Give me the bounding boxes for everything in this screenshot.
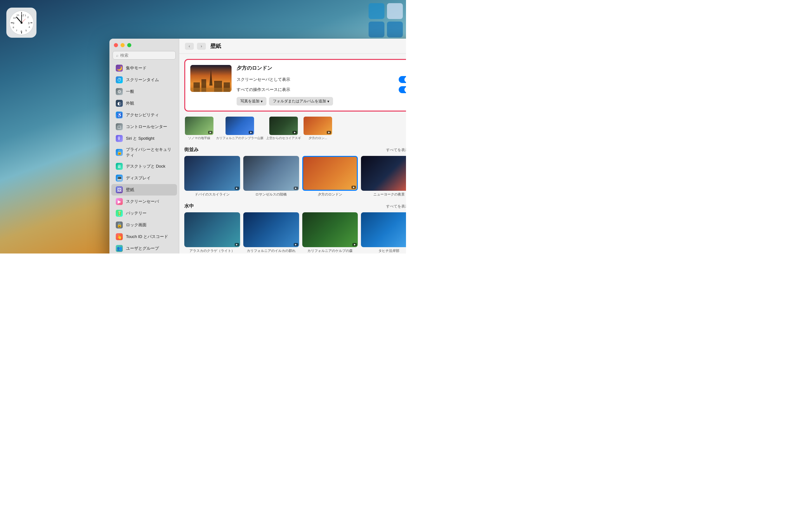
sidebar-item-appearance[interactable]: ◐ 外観	[111, 98, 177, 109]
desktop: 12 3 6 9 1 2 4 5 7 8 10 11	[0, 0, 406, 253]
toolbar: ‹ › 壁紙	[179, 39, 406, 54]
desktop-icon-3[interactable]	[368, 21, 385, 38]
sidebar-item-screensaver[interactable]: ▶ スクリーンセーバ	[111, 196, 177, 207]
sidebar-item-focus[interactable]: 🌙 集中モード	[111, 62, 177, 74]
underwater-video-badge-2	[352, 243, 357, 246]
city-cell-0[interactable]: ドバイのスカイライン	[184, 156, 240, 197]
sidebar-item-screentime[interactable]: ⏱ スクリーンタイム	[111, 74, 177, 86]
sidebar-item-lock[interactable]: 🔒 ロック画面	[111, 219, 177, 231]
strip-thumb-sequoia	[269, 117, 298, 135]
underwater-section-header: 水中 すべてを表示 (21)	[184, 203, 406, 209]
minimize-button[interactable]	[120, 43, 125, 47]
desktop-icon-2[interactable]	[387, 3, 403, 19]
sidebar-item-wallpaper[interactable]: 🖼 壁紙	[111, 184, 177, 195]
sidebar-item-battery[interactable]: 🔋 バッテリー	[111, 208, 177, 219]
desktop-icon: 🖥	[116, 163, 123, 170]
sidebar-item-touchid-label: Touch ID とパスコード	[126, 234, 168, 239]
sidebar-item-privacy-label: プライバシーとセキュリティ	[126, 147, 172, 158]
add-folder-button[interactable]: フォルダまたはアルバムを追加 ▾	[269, 97, 333, 106]
clock-widget: 12 3 6 9 1 2 4 5 7 8 10 11	[6, 8, 37, 38]
sidebar-item-desktop[interactable]: 🖥 デスクトップと Dock	[111, 161, 177, 172]
sidebar-item-users[interactable]: 👥 ユーザとグループ	[111, 243, 177, 253]
sidebar-item-general[interactable]: ⚙ 一般	[111, 86, 177, 97]
underwater-thumb-3	[361, 212, 406, 247]
svg-text:3: 3	[28, 21, 30, 25]
svg-text:7: 7	[16, 29, 17, 32]
strip-item-3[interactable]: 夕方のロン...	[304, 117, 332, 140]
search-icon: ⌕	[116, 53, 118, 58]
video-badge-0	[208, 131, 212, 134]
sidebar-item-control[interactable]: ◻ コントロールセンター	[111, 121, 177, 132]
wallpaper-icon: 🖼	[116, 186, 123, 193]
underwater-cell-2[interactable]: カリフォルニアのケルプの森	[302, 212, 358, 253]
sidebar-item-privacy[interactable]: 🔒 プライバシーとセキュリティ	[111, 145, 177, 160]
city-cell-2[interactable]: 夕方のロンドン	[302, 156, 358, 197]
sidebar-item-users-label: ユーザとグループ	[126, 245, 159, 251]
city-name-3: ニューヨークの夜景	[373, 192, 405, 197]
city-thumb-2	[302, 156, 358, 191]
strip-label-sonoma: ソノマの地平線	[188, 136, 210, 140]
sidebar-item-screensaver-label: スクリーンセーバ	[126, 199, 159, 205]
sidebar-item-touchid[interactable]: 👆 Touch ID とパスコード	[111, 231, 177, 242]
sidebar-item-accessibility[interactable]: ♿ アクセシビリティ	[111, 109, 177, 121]
svg-text:1: 1	[25, 14, 26, 17]
battery-icon: 🔋	[116, 210, 123, 217]
sidebar: ⌕ 🌙 集中モード ⏱ スクリーンタイム ⚙ 一般 ◐ 外観	[109, 39, 179, 253]
back-button[interactable]: ‹	[185, 43, 194, 50]
underwater-cell-0[interactable]: アラスカのクラゲ（ライト）	[184, 212, 240, 253]
underwater-show-all-button[interactable]: すべてを表示 (21)	[386, 204, 406, 209]
underwater-video-badge-1	[294, 243, 298, 246]
allspaces-toggle[interactable]	[399, 86, 406, 93]
underwater-video-badge-0	[235, 243, 239, 246]
svg-text:10: 10	[13, 16, 16, 19]
strip-item-0[interactable]: ソノマの地平線	[185, 117, 213, 140]
add-photo-button[interactable]: 写真を追加 ▾	[237, 97, 266, 106]
close-button[interactable]	[114, 43, 118, 47]
window-controls	[109, 39, 179, 50]
underwater-cell-1[interactable]: カリフォルニアのイルカの群れ	[243, 212, 299, 253]
svg-text:4: 4	[29, 26, 30, 29]
selected-wallpaper-info: 夕方のロンドン スクリーンセーバとして表示 すべての操作スペースに表示 写真を追…	[237, 65, 406, 106]
city-thumb-0	[184, 156, 240, 191]
desktop-icon-1[interactable]	[368, 3, 385, 19]
city-cell-1[interactable]: ロサンゼルスの陸橋	[243, 156, 299, 197]
sidebar-item-accessibility-label: アクセシビリティ	[126, 112, 159, 118]
city-name-1: ロサンゼルスの陸橋	[255, 192, 287, 197]
selected-wallpaper-thumbnail	[190, 65, 232, 92]
svg-text:2: 2	[27, 16, 29, 19]
selected-wallpaper-card: 夕方のロンドン スクリーンセーバとして表示 すべての操作スペースに表示 写真を追…	[184, 59, 406, 112]
appearance-icon: ◐	[116, 100, 123, 107]
sidebar-item-siri[interactable]: 🎙 Siri と Spotlight	[111, 133, 177, 144]
system-preferences-window: ⌕ 🌙 集中モード ⏱ スクリーンタイム ⚙ 一般 ◐ 外観	[109, 39, 406, 253]
sidebar-item-control-label: コントロールセンター	[126, 124, 167, 130]
action-buttons-row: 写真を追加 ▾ フォルダまたはアルバムを追加 ▾	[237, 97, 406, 106]
sidebar-item-lock-label: ロック画面	[126, 222, 147, 228]
underwater-thumb-2	[302, 212, 358, 247]
page-title: 壁紙	[210, 43, 221, 50]
sidebar-items: 🌙 集中モード ⏱ スクリーンタイム ⚙ 一般 ◐ 外観 ♿ アクセシビリ	[109, 62, 179, 253]
clock-face: 12 3 6 9 1 2 4 5 7 8 10 11	[9, 10, 34, 36]
underwater-name-0: アラスカのクラゲ（ライト）	[189, 248, 235, 253]
accessibility-icon: ♿	[116, 112, 123, 118]
strip-item-2[interactable]: 上空からのセコイアスギ	[266, 117, 301, 140]
city-show-all-button[interactable]: すべてを表示 (30)	[386, 147, 406, 153]
maximize-button[interactable]	[127, 43, 131, 47]
underwater-name-1: カリフォルニアのイルカの群れ	[247, 248, 296, 253]
sidebar-item-screentime-label: スクリーンタイム	[126, 77, 159, 83]
strip-item-1[interactable]: カリフォルニアのテンブラー山脈	[216, 117, 264, 140]
sidebar-item-display[interactable]: 💻 ディスプレイ	[111, 172, 177, 184]
search-input[interactable]	[120, 53, 172, 58]
underwater-name-3: タヒチ沿岸部	[378, 248, 399, 253]
desktop-icon-4[interactable]	[387, 21, 403, 38]
city-cell-3[interactable]: ニューヨークの夜景	[361, 156, 406, 197]
city-video-badge-0	[235, 187, 239, 190]
svg-text:5: 5	[26, 29, 27, 32]
sidebar-item-siri-label: Siri と Spotlight	[126, 135, 154, 141]
underwater-cell-3[interactable]: タヒチ沿岸部	[361, 212, 406, 253]
sidebar-item-display-label: ディスプレイ	[126, 175, 151, 181]
forward-button[interactable]: ›	[197, 43, 206, 50]
chevron-down-icon: ▾	[261, 99, 263, 104]
search-box[interactable]: ⌕	[113, 51, 176, 60]
screensaver-toggle[interactable]	[399, 76, 406, 83]
svg-point-20	[20, 22, 22, 24]
